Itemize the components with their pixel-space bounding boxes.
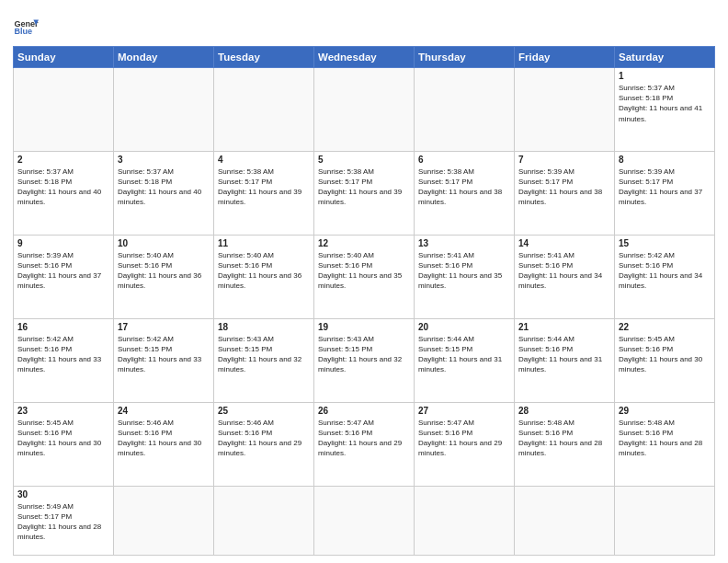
day-number: 23	[17, 406, 109, 416]
day-number: 21	[518, 322, 610, 332]
day-info: Sunrise: 5:37 AM Sunset: 5:18 PM Dayligh…	[619, 83, 711, 124]
day-info: Sunrise: 5:45 AM Sunset: 5:16 PM Dayligh…	[619, 334, 711, 375]
day-info: Sunrise: 5:45 AM Sunset: 5:16 PM Dayligh…	[17, 418, 109, 459]
day-number: 3	[118, 155, 210, 165]
day-info: Sunrise: 5:47 AM Sunset: 5:16 PM Dayligh…	[318, 418, 410, 459]
calendar-cell: 6Sunrise: 5:38 AM Sunset: 5:17 PM Daylig…	[415, 151, 515, 235]
day-info: Sunrise: 5:42 AM Sunset: 5:15 PM Dayligh…	[118, 334, 210, 375]
day-info: Sunrise: 5:47 AM Sunset: 5:16 PM Dayligh…	[418, 418, 510, 459]
day-number: 30	[17, 489, 109, 500]
weekday-header-friday: Friday	[515, 47, 615, 68]
day-number: 10	[118, 238, 210, 248]
day-number: 19	[318, 322, 410, 332]
calendar-cell	[515, 68, 615, 152]
day-number: 14	[518, 238, 610, 248]
calendar-cell	[415, 68, 515, 152]
calendar-cell: 25Sunrise: 5:46 AM Sunset: 5:16 PM Dayli…	[214, 402, 314, 486]
day-number: 26	[318, 406, 410, 416]
day-info: Sunrise: 5:44 AM Sunset: 5:15 PM Dayligh…	[418, 334, 510, 375]
day-info: Sunrise: 5:43 AM Sunset: 5:15 PM Dayligh…	[218, 334, 310, 375]
day-info: Sunrise: 5:41 AM Sunset: 5:16 PM Dayligh…	[518, 250, 610, 292]
day-number: 24	[118, 406, 210, 416]
day-info: Sunrise: 5:44 AM Sunset: 5:16 PM Dayligh…	[518, 334, 610, 375]
day-number: 1	[619, 71, 711, 81]
calendar-cell: 27Sunrise: 5:47 AM Sunset: 5:16 PM Dayli…	[415, 402, 515, 486]
day-number: 25	[218, 406, 310, 416]
calendar-table: SundayMondayTuesdayWednesdayThursdayFrid…	[13, 46, 715, 556]
calendar-cell: 15Sunrise: 5:42 AM Sunset: 5:16 PM Dayli…	[615, 235, 715, 318]
day-info: Sunrise: 5:41 AM Sunset: 5:16 PM Dayligh…	[418, 250, 510, 292]
day-number: 2	[17, 155, 109, 165]
calendar-week-row: 16Sunrise: 5:42 AM Sunset: 5:16 PM Dayli…	[14, 318, 715, 402]
weekday-header-sunday: Sunday	[14, 47, 114, 68]
calendar-cell	[314, 486, 415, 555]
calendar-cell: 7Sunrise: 5:39 AM Sunset: 5:17 PM Daylig…	[515, 151, 615, 235]
day-info: Sunrise: 5:38 AM Sunset: 5:17 PM Dayligh…	[418, 167, 510, 208]
weekday-header-tuesday: Tuesday	[214, 47, 314, 68]
logo: General Blue	[13, 15, 39, 40]
day-number: 27	[418, 406, 510, 416]
calendar-week-row: 2Sunrise: 5:37 AM Sunset: 5:18 PM Daylig…	[14, 151, 715, 235]
day-info: Sunrise: 5:46 AM Sunset: 5:16 PM Dayligh…	[118, 418, 210, 459]
day-info: Sunrise: 5:38 AM Sunset: 5:17 PM Dayligh…	[218, 167, 310, 208]
day-number: 22	[619, 322, 711, 332]
day-info: Sunrise: 5:49 AM Sunset: 5:17 PM Dayligh…	[17, 501, 109, 543]
day-info: Sunrise: 5:40 AM Sunset: 5:16 PM Dayligh…	[118, 250, 210, 292]
day-info: Sunrise: 5:38 AM Sunset: 5:17 PM Dayligh…	[318, 167, 410, 208]
calendar-cell: 14Sunrise: 5:41 AM Sunset: 5:16 PM Dayli…	[515, 235, 615, 318]
calendar-cell	[415, 486, 515, 555]
calendar-cell: 16Sunrise: 5:42 AM Sunset: 5:16 PM Dayli…	[14, 318, 114, 402]
day-number: 9	[17, 238, 109, 248]
day-info: Sunrise: 5:48 AM Sunset: 5:16 PM Dayligh…	[619, 418, 711, 459]
day-info: Sunrise: 5:39 AM Sunset: 5:16 PM Dayligh…	[17, 250, 109, 292]
day-info: Sunrise: 5:37 AM Sunset: 5:18 PM Dayligh…	[118, 167, 210, 208]
calendar-week-row: 1Sunrise: 5:37 AM Sunset: 5:18 PM Daylig…	[14, 68, 715, 152]
calendar-cell	[14, 68, 114, 152]
calendar-cell: 8Sunrise: 5:39 AM Sunset: 5:17 PM Daylig…	[615, 151, 715, 235]
day-info: Sunrise: 5:42 AM Sunset: 5:16 PM Dayligh…	[619, 250, 711, 292]
weekday-header-thursday: Thursday	[415, 47, 515, 68]
weekday-header-saturday: Saturday	[615, 47, 715, 68]
calendar-cell: 29Sunrise: 5:48 AM Sunset: 5:16 PM Dayli…	[615, 402, 715, 486]
calendar-week-row: 30Sunrise: 5:49 AM Sunset: 5:17 PM Dayli…	[14, 486, 715, 555]
calendar-cell: 20Sunrise: 5:44 AM Sunset: 5:15 PM Dayli…	[415, 318, 515, 402]
weekday-header-monday: Monday	[114, 47, 214, 68]
day-number: 17	[118, 322, 210, 332]
day-number: 20	[418, 322, 510, 332]
day-number: 16	[17, 322, 109, 332]
calendar-week-row: 23Sunrise: 5:45 AM Sunset: 5:16 PM Dayli…	[14, 402, 715, 486]
weekday-header-wednesday: Wednesday	[314, 47, 415, 68]
calendar-cell	[515, 486, 615, 555]
day-number: 28	[518, 406, 610, 416]
day-info: Sunrise: 5:43 AM Sunset: 5:15 PM Dayligh…	[318, 334, 410, 375]
calendar-cell: 23Sunrise: 5:45 AM Sunset: 5:16 PM Dayli…	[14, 402, 114, 486]
calendar-cell: 30Sunrise: 5:49 AM Sunset: 5:17 PM Dayli…	[14, 486, 114, 555]
day-info: Sunrise: 5:37 AM Sunset: 5:18 PM Dayligh…	[17, 167, 109, 208]
calendar-header-row: SundayMondayTuesdayWednesdayThursdayFrid…	[14, 47, 715, 68]
header: General Blue	[13, 9, 715, 40]
day-info: Sunrise: 5:39 AM Sunset: 5:17 PM Dayligh…	[518, 167, 610, 208]
calendar-week-row: 9Sunrise: 5:39 AM Sunset: 5:16 PM Daylig…	[14, 235, 715, 318]
calendar-cell: 17Sunrise: 5:42 AM Sunset: 5:15 PM Dayli…	[114, 318, 214, 402]
calendar-cell: 3Sunrise: 5:37 AM Sunset: 5:18 PM Daylig…	[114, 151, 214, 235]
calendar-cell: 12Sunrise: 5:40 AM Sunset: 5:16 PM Dayli…	[314, 235, 415, 318]
day-number: 5	[318, 155, 410, 165]
calendar-cell: 9Sunrise: 5:39 AM Sunset: 5:16 PM Daylig…	[14, 235, 114, 318]
calendar-cell	[214, 486, 314, 555]
calendar-cell	[314, 68, 415, 152]
calendar-cell: 11Sunrise: 5:40 AM Sunset: 5:16 PM Dayli…	[214, 235, 314, 318]
day-number: 12	[318, 238, 410, 248]
calendar-cell: 13Sunrise: 5:41 AM Sunset: 5:16 PM Dayli…	[415, 235, 515, 318]
day-number: 18	[218, 322, 310, 332]
day-number: 6	[418, 155, 510, 165]
calendar-cell: 22Sunrise: 5:45 AM Sunset: 5:16 PM Dayli…	[615, 318, 715, 402]
calendar-cell: 5Sunrise: 5:38 AM Sunset: 5:17 PM Daylig…	[314, 151, 415, 235]
calendar-cell	[114, 68, 214, 152]
day-number: 15	[619, 238, 711, 248]
calendar-cell: 18Sunrise: 5:43 AM Sunset: 5:15 PM Dayli…	[214, 318, 314, 402]
svg-text:Blue: Blue	[14, 27, 32, 36]
calendar-cell	[214, 68, 314, 152]
calendar-cell: 4Sunrise: 5:38 AM Sunset: 5:17 PM Daylig…	[214, 151, 314, 235]
day-info: Sunrise: 5:40 AM Sunset: 5:16 PM Dayligh…	[218, 250, 310, 292]
calendar-cell: 1Sunrise: 5:37 AM Sunset: 5:18 PM Daylig…	[615, 68, 715, 152]
